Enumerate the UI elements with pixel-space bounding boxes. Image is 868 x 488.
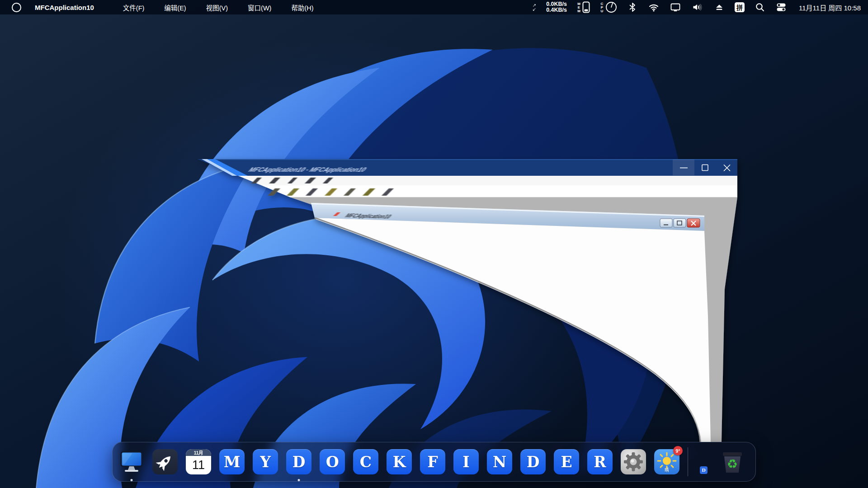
letter-glyph: E <box>561 453 572 471</box>
dock-item-letter-y[interactable]: Y <box>253 449 278 474</box>
inner-close-button[interactable] <box>687 219 700 227</box>
active-app-name[interactable]: MFCApplication10 <box>35 4 94 11</box>
dock-item-trash[interactable]: ♻ <box>720 449 745 474</box>
dock-item-weather[interactable]: 晴 9° <box>654 449 679 474</box>
wifi-icon[interactable] <box>648 2 660 13</box>
display-icon[interactable] <box>670 2 681 13</box>
volume-icon[interactable] <box>691 2 704 13</box>
monitor-icon <box>119 449 144 474</box>
control-center-icon[interactable] <box>775 2 787 13</box>
letter-glyph: N <box>493 453 506 471</box>
weather-condition: 晴 <box>654 466 679 473</box>
cpu-dial-icon <box>605 1 617 13</box>
app-menus: 文件(F) 编辑(E) 视图(V) 窗口(W) 帮助(H) <box>123 3 314 12</box>
network-arrows-icon[interactable]: ↗ ↙ <box>533 3 536 11</box>
minimized-window-badge[interactable]: D <box>700 466 708 474</box>
menu-bar-clock[interactable]: 11月11日 周四 10:58 <box>799 3 861 12</box>
dock-item-letter-m[interactable]: M <box>219 449 245 474</box>
dock-item-letter-d2[interactable]: D <box>520 449 546 474</box>
window-menu-strip <box>238 176 737 185</box>
dock-item-desktop[interactable] <box>119 449 144 474</box>
inner-window-title: MFCApplication10 <box>344 213 393 220</box>
letter-glyph: D <box>527 453 540 471</box>
dock-minimized-area: D <box>696 449 712 474</box>
letter-glyph: D <box>292 453 306 471</box>
dock-item-letter-d1[interactable]: D <box>286 449 311 474</box>
letter-glyph: I <box>462 453 469 471</box>
dock-item-calendar[interactable]: 11月 11 <box>186 449 211 474</box>
letter-glyph: O <box>326 453 339 471</box>
letter-glyph: R <box>594 453 606 471</box>
network-speed[interactable]: 0.0KB/s 0.4KB/s <box>546 1 567 13</box>
letter-glyph: M <box>224 453 241 471</box>
gear-icon <box>621 449 646 474</box>
mfc-window-warped: MFCApplication10 - MFCApplication10 <box>0 0 868 488</box>
menu-bar: MFCApplication10 文件(F) 编辑(E) 视图(V) 窗口(W)… <box>0 0 868 14</box>
window-title: MFCApplication10 - MFCApplication10 <box>246 166 369 173</box>
calendar-month: 11月 <box>186 449 211 456</box>
inner-window-content <box>315 218 711 442</box>
desktop: { "menu_bar": { "logo": "circle-logo", "… <box>0 0 868 488</box>
menu-help[interactable]: 帮助(H) <box>291 3 313 12</box>
status-tray: ↗ ↙ 0.0KB/s 0.4KB/s MEM CPU <box>533 1 868 13</box>
inner-maximize-button[interactable] <box>674 219 686 227</box>
inner-minimize-button[interactable] <box>660 219 672 227</box>
trash-icon: ♻ <box>720 449 745 474</box>
menu-window[interactable]: 窗口(W) <box>248 3 271 12</box>
weather-temp-badge: 9° <box>673 446 683 455</box>
menu-view[interactable]: 视图(V) <box>206 3 228 12</box>
cpu-label: CPU <box>600 2 604 13</box>
letter-glyph: K <box>393 453 406 471</box>
menu-edit[interactable]: 编辑(E) <box>164 3 186 12</box>
letter-glyph: C <box>360 453 372 471</box>
mem-label: MEM <box>577 2 580 13</box>
dock-item-letter-n[interactable]: N <box>487 449 512 474</box>
dock-divider <box>688 447 688 476</box>
apple-menu-icon[interactable] <box>12 3 21 12</box>
menu-file[interactable]: 文件(F) <box>123 3 145 12</box>
dock-item-letter-o[interactable]: O <box>320 449 345 474</box>
dock-item-letter-e[interactable]: E <box>554 449 579 474</box>
dock-item-launchpad[interactable] <box>152 449 178 474</box>
dock-item-letter-c[interactable]: C <box>353 449 378 474</box>
dock-item-settings[interactable] <box>621 449 646 474</box>
bluetooth-icon[interactable] <box>627 2 638 13</box>
dock: 11月 11 M Y D O C K F I N D E R <box>112 442 756 482</box>
net-down-speed: 0.4KB/s <box>546 7 567 13</box>
ime-glyph: 拼 <box>736 3 743 12</box>
calendar-day: 11 <box>186 456 211 474</box>
memory-battery-icon <box>582 1 590 13</box>
letter-glyph: Y <box>260 453 271 471</box>
dock-item-letter-r[interactable]: R <box>587 449 613 474</box>
running-indicator <box>131 479 133 481</box>
input-method-icon[interactable]: 拼 <box>735 2 745 12</box>
letter-glyph: F <box>427 453 438 471</box>
cpu-gauge[interactable]: CPU <box>600 1 617 13</box>
running-indicator <box>298 479 300 481</box>
memory-gauge[interactable]: MEM <box>577 1 590 13</box>
svg-text:♻: ♻ <box>727 457 738 471</box>
search-icon[interactable] <box>755 2 765 13</box>
dock-item-letter-f[interactable]: F <box>420 449 445 474</box>
eject-icon[interactable] <box>714 2 725 13</box>
rocket-icon <box>152 449 178 474</box>
dock-item-letter-i[interactable]: I <box>453 449 479 474</box>
dock-item-letter-k[interactable]: K <box>387 449 412 474</box>
